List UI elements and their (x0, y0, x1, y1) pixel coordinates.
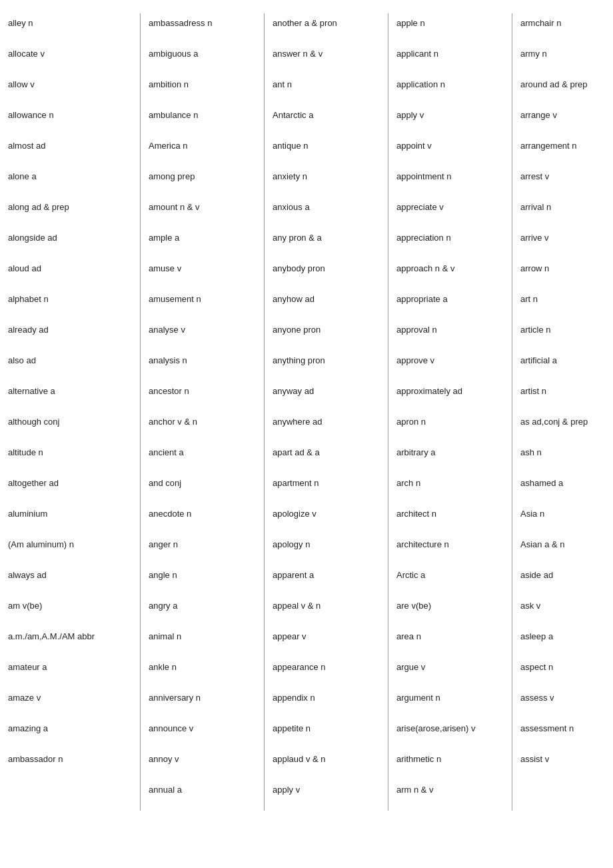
list-item: apply v (396, 105, 504, 136)
list-item: arrest v (520, 167, 613, 197)
list-item: argue v (396, 657, 504, 688)
list-item: appointment n (396, 167, 504, 197)
list-item: always ad (8, 565, 132, 596)
list-item: angry a (149, 596, 256, 627)
list-item: anywhere ad (273, 412, 380, 443)
list-item: assessment n (520, 719, 613, 749)
list-item: annoy v (149, 749, 256, 780)
list-item: although conj (8, 412, 132, 443)
list-item: arrow n (520, 259, 613, 289)
list-item: architecture n (396, 535, 504, 565)
list-item: almost ad (8, 136, 132, 167)
list-item: analysis n (149, 351, 256, 381)
list-item: artist n (520, 381, 613, 412)
list-item: anecdote n (149, 504, 256, 535)
list-item: alternative a (8, 381, 132, 412)
list-item: anyhow ad (273, 289, 380, 320)
list-item: around ad & prep (520, 75, 613, 105)
list-item: are v(be) (396, 596, 504, 627)
list-item: ambassador n (8, 749, 132, 780)
list-item: applaud v & n (273, 749, 380, 780)
list-item: anchor v & n (149, 412, 256, 443)
list-item: apology n (273, 535, 380, 565)
list-item: appetite n (273, 719, 380, 749)
list-item: apple n (396, 13, 504, 44)
list-item: allocate v (8, 44, 132, 75)
list-item: ambulance n (149, 105, 256, 136)
list-item: America n (149, 136, 256, 167)
list-item: approve v (396, 351, 504, 381)
list-item: arrange v (520, 105, 613, 136)
list-item: arm n & v (396, 780, 504, 811)
column-4: apple napplicant napplication napply vap… (388, 13, 512, 811)
list-item: approximately ad (396, 381, 504, 412)
list-item: anniversary n (149, 688, 256, 719)
list-item: ask v (520, 596, 613, 627)
list-item: amusement n (149, 289, 256, 320)
list-item: animal n (149, 627, 256, 657)
list-item: aside ad (520, 565, 613, 596)
list-item: approval n (396, 320, 504, 351)
list-item: area n (396, 627, 504, 657)
list-item: as ad,conj & prep (520, 412, 613, 443)
list-item: artificial a (520, 351, 613, 381)
list-item: analyse v (149, 320, 256, 351)
list-item: ant n (273, 75, 380, 105)
list-item: amaze v (8, 688, 132, 719)
list-item: amuse v (149, 259, 256, 289)
list-item: ambassadress n (149, 13, 256, 44)
list-item: allow v (8, 75, 132, 105)
list-item: ashamed a (520, 473, 613, 504)
list-item: assist v (520, 749, 613, 780)
list-item: Antarctic a (273, 105, 380, 136)
list-item: ash n (520, 443, 613, 473)
list-item: assess v (520, 688, 613, 719)
list-item: arbitrary a (396, 443, 504, 473)
list-item: Arctic a (396, 565, 504, 596)
list-item: amount n & v (149, 197, 256, 228)
list-item: appreciate v (396, 197, 504, 228)
list-item: arch n (396, 473, 504, 504)
list-item: apologize v (273, 504, 380, 535)
list-item: apartment n (273, 473, 380, 504)
list-item: anger n (149, 535, 256, 565)
list-item: apart ad & a (273, 443, 380, 473)
list-item: answer n & v (273, 44, 380, 75)
list-item: announce v (149, 719, 256, 749)
list-item: already ad (8, 320, 132, 351)
list-item: anyone pron (273, 320, 380, 351)
list-item: and conj (149, 473, 256, 504)
list-item: amazing a (8, 719, 132, 749)
column-3: another a & pronanswer n & vant nAntarct… (265, 13, 388, 811)
list-item: arise(arose,arisen) v (396, 719, 504, 749)
list-item: altogether ad (8, 473, 132, 504)
column-1: alley nallocate vallow vallowance nalmos… (0, 13, 140, 811)
list-item: alley n (8, 13, 132, 44)
column-5: armchair narmy naround ad & preparrange … (512, 13, 613, 811)
list-item: appreciation n (396, 228, 504, 259)
list-item: aluminium (8, 504, 132, 535)
list-item: angle n (149, 565, 256, 596)
list-item: amateur a (8, 657, 132, 688)
list-item: architect n (396, 504, 504, 535)
list-item: armchair n (520, 13, 613, 44)
list-item: a.m./am,A.M./AM abbr (8, 627, 132, 657)
list-item: aspect n (520, 657, 613, 688)
list-item: ankle n (149, 657, 256, 688)
list-item: applicant n (396, 44, 504, 75)
list-item: allowance n (8, 105, 132, 136)
list-item: alongside ad (8, 228, 132, 259)
list-item: am v(be) (8, 596, 132, 627)
list-item: ancient a (149, 443, 256, 473)
list-item: altitude n (8, 443, 132, 473)
list-item: appendix n (273, 688, 380, 719)
list-item: among prep (149, 167, 256, 197)
list-item: argument n (396, 688, 504, 719)
list-item: also ad (8, 351, 132, 381)
list-item: appear v (273, 627, 380, 657)
list-item: annual a (149, 780, 256, 811)
list-item: aloud ad (8, 259, 132, 289)
list-item: anxiety n (273, 167, 380, 197)
list-item: anybody pron (273, 259, 380, 289)
list-item: anxious a (273, 197, 380, 228)
